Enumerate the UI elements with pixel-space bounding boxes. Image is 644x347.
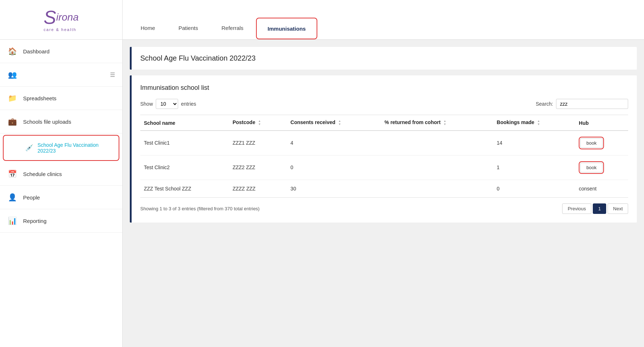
consents-cell: 30 xyxy=(287,180,381,197)
sidebar-item-schools-label: Schools file uploads xyxy=(23,119,115,125)
table-controls: Show 10 25 50 100 entries Search: xyxy=(140,99,628,109)
page-title-card: School Age Flu Vaccination 2022/23 xyxy=(130,47,637,70)
postcode-cell: ZZZ2 ZZZ xyxy=(229,155,287,180)
book-button[interactable]: book xyxy=(580,163,603,172)
bookings-cell: 0 xyxy=(493,180,575,197)
postcode-sort: ▲▼ xyxy=(258,120,261,126)
col-percent[interactable]: % returned from cohort ▲▼ xyxy=(381,115,493,131)
flu-vaccination-icon: 💉 xyxy=(25,144,33,152)
consents-cell: 0 xyxy=(287,155,381,180)
spreadsheets-icon: 📁 xyxy=(7,94,17,102)
pagination-info: Showing 1 to 3 of 3 entries (filtered fr… xyxy=(140,206,260,211)
search-input[interactable] xyxy=(556,99,628,109)
logo-subtitle: care & health xyxy=(44,27,76,32)
sidebar-item-people-group[interactable]: 👥 ☰ xyxy=(0,63,122,87)
school-name-cell: ZZZ Test School ZZZ xyxy=(140,180,229,197)
table-row: Test Clinic1 ZZZ1 ZZZ 4 14 book xyxy=(140,131,628,155)
content-area: School Age Flu Vaccination 2022/23 Immun… xyxy=(123,40,644,347)
sidebar-item-schedule-label: Schedule clinics xyxy=(23,171,115,177)
sidebar-item-people[interactable]: 👤 People xyxy=(0,186,122,209)
nav-tabs: Home Patients Referrals Immunisations xyxy=(123,0,644,39)
consent-link[interactable]: consent xyxy=(579,186,596,192)
search-label: Search: xyxy=(536,101,553,107)
reporting-icon: 📊 xyxy=(7,216,17,225)
hub-cell: consent xyxy=(575,180,628,197)
sidebar-item-dashboard[interactable]: 🏠 Dashboard xyxy=(0,40,122,63)
sidebar-item-school-age-flu[interactable]: 💉 School Age Flu Vaccination 2022/23 xyxy=(3,135,119,161)
hub-cell: book xyxy=(575,155,628,180)
search-area: Search: xyxy=(536,99,628,109)
entries-label: entries xyxy=(181,101,196,107)
tab-referrals[interactable]: Referrals xyxy=(211,18,254,39)
schedule-icon: 📅 xyxy=(7,170,17,178)
sidebar-item-people-label: People xyxy=(23,194,115,201)
prev-button[interactable]: Previous xyxy=(562,203,591,214)
col-school-name: School name xyxy=(140,115,229,131)
table-row: Test Clinic2 ZZZ2 ZZZ 0 1 book xyxy=(140,155,628,180)
person-icon: 👤 xyxy=(7,193,17,202)
page-title: School Age Flu Vaccination 2022/23 xyxy=(140,54,628,62)
percent-cell xyxy=(381,131,493,155)
tab-home[interactable]: Home xyxy=(130,18,166,39)
sidebar-item-spreadsheets[interactable]: 📁 Spreadsheets xyxy=(0,87,122,110)
percent-sort: ▲▼ xyxy=(444,120,446,126)
bookings-cell: 1 xyxy=(493,155,575,180)
people-group-icon: 👥 xyxy=(7,70,17,79)
show-entries-control: Show 10 25 50 100 entries xyxy=(140,99,196,109)
school-list-card: Immunisation school list Show 10 25 50 1… xyxy=(130,75,637,223)
sidebar: 🏠 Dashboard 👥 ☰ 📁 Spreadsheets 💼 Schools… xyxy=(0,40,123,347)
bookings-cell: 14 xyxy=(493,131,575,155)
col-bookings[interactable]: Bookings made ▲▼ xyxy=(493,115,575,131)
sidebar-item-reporting[interactable]: 📊 Reporting xyxy=(0,209,122,233)
entries-select[interactable]: 10 25 50 100 xyxy=(156,99,178,109)
next-button[interactable]: Next xyxy=(608,203,628,214)
show-label: Show xyxy=(140,101,153,107)
sidebar-item-schools-file-uploads[interactable]: 💼 Schools file uploads xyxy=(0,110,122,133)
sidebar-item-schedule-clinics[interactable]: 📅 Schedule clinics xyxy=(0,162,122,186)
percent-cell xyxy=(381,180,493,197)
home-icon: 🏠 xyxy=(7,47,17,56)
school-name-cell: Test Clinic1 xyxy=(140,131,229,155)
col-postcode[interactable]: Postcode ▲▼ xyxy=(229,115,287,131)
consents-cell: 4 xyxy=(287,131,381,155)
postcode-cell: ZZZ1 ZZZ xyxy=(229,131,287,155)
pagination-row: Showing 1 to 3 of 3 entries (filtered fr… xyxy=(140,203,628,214)
sidebar-item-dashboard-label: Dashboard xyxy=(23,48,115,54)
schools-uploads-icon: 💼 xyxy=(7,117,17,126)
expand-icon: ☰ xyxy=(110,71,115,78)
page-1-button[interactable]: 1 xyxy=(593,203,606,214)
tab-immunisations[interactable]: Immunisations xyxy=(256,18,317,39)
book-button[interactable]: book xyxy=(580,138,603,148)
consents-sort: ▲▼ xyxy=(338,120,341,126)
tab-patients[interactable]: Patients xyxy=(168,18,209,39)
table-row: ZZZ Test School ZZZ ZZZZ ZZZ 30 0 consen… xyxy=(140,180,628,197)
logo: S irona care & health xyxy=(0,0,123,39)
col-consents[interactable]: Consents received ▲▼ xyxy=(287,115,381,131)
school-name-cell: Test Clinic2 xyxy=(140,155,229,180)
section-title: Immunisation school list xyxy=(140,84,628,92)
percent-cell xyxy=(381,155,493,180)
pagination-controls: Previous 1 Next xyxy=(562,203,628,214)
hub-cell: book xyxy=(575,131,628,155)
bookings-sort: ▲▼ xyxy=(537,120,540,126)
school-list-table: School name Postcode ▲▼ Consents receive… xyxy=(140,115,628,198)
postcode-cell: ZZZZ ZZZ xyxy=(229,180,287,197)
sidebar-item-spreadsheets-label: Spreadsheets xyxy=(23,95,115,101)
sidebar-item-flu-label: School Age Flu Vaccination 2022/23 xyxy=(38,142,111,154)
sidebar-item-reporting-label: Reporting xyxy=(23,218,115,224)
col-hub: Hub xyxy=(575,115,628,131)
